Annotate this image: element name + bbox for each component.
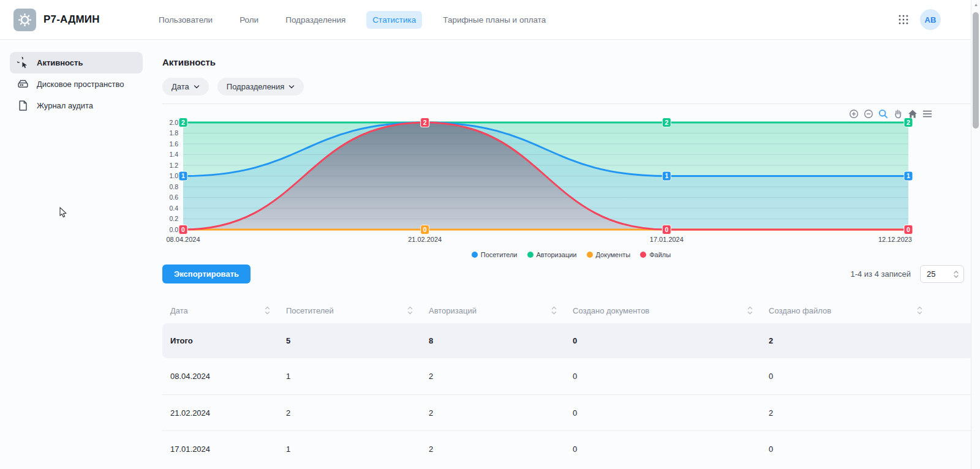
chart-modebar [849, 109, 932, 119]
point-label: 0 [181, 226, 185, 233]
x-tick-label: 08.04.2024 [166, 236, 200, 243]
page-size-value: 25 [927, 269, 935, 279]
sort-icon[interactable] [917, 306, 922, 315]
y-tick-label: 1.6 [169, 140, 178, 148]
legend-item-authorizations[interactable]: Авторизации [527, 251, 577, 258]
filter-date-label: Дата [172, 82, 189, 91]
legend-dot [472, 252, 478, 258]
column-header-authorizations: Авторизаций [429, 306, 573, 315]
filters: Дата Подразделения [162, 78, 980, 96]
zoom-in-icon[interactable] [849, 109, 859, 119]
stepper-icons [954, 271, 959, 278]
y-tick-label: 0.2 [169, 215, 178, 222]
filter-departments[interactable]: Подразделения [217, 78, 304, 96]
sidebar-item-label: Журнал аудита [37, 101, 93, 110]
point-label: 2 [665, 119, 668, 126]
point-label: 1 [907, 172, 910, 179]
filter-date[interactable]: Дата [162, 78, 209, 96]
app-logo [13, 9, 36, 31]
document-icon [17, 100, 29, 111]
chart-legend: Посетители Авторизации Документы Файлы [162, 251, 980, 258]
column-header-documents: Создано документов [573, 306, 769, 315]
cursor-click-icon [17, 57, 29, 69]
pagination: 1-4 из 4 записей 25 [850, 265, 964, 283]
y-tick-label: 1.4 [169, 151, 178, 158]
box-zoom-icon[interactable] [878, 109, 888, 119]
sidebar-item-label: Дисковое пространство [37, 80, 124, 89]
point-label: 2 [907, 119, 910, 126]
legend-label: Файлы [649, 251, 671, 258]
nav-item-tariffs[interactable]: Тарифные планы и оплата [437, 11, 552, 29]
y-tick-label: 2.0 [169, 119, 178, 126]
top-header: Р7-АДМИН Пользователи Роли Подразделения… [0, 0, 980, 40]
y-tick-label: 1.8 [169, 129, 178, 137]
point-label: 2 [181, 119, 185, 126]
disk-drive-icon [17, 78, 29, 90]
page-size-select[interactable]: 25 [920, 265, 964, 283]
table-row: 08.04.2024 1 2 0 0 [162, 358, 974, 394]
y-tick-label: 0.8 [169, 183, 178, 190]
apps-grid-icon[interactable] [898, 14, 909, 25]
y-tick-label: 0.4 [169, 204, 178, 212]
vertical-scrollbar[interactable]: ▲ [971, 0, 980, 469]
y-tick-label: 0.0 [169, 226, 178, 233]
layout: Активность Дисковое пространство [0, 40, 980, 467]
point-label: 0 [423, 226, 427, 233]
page-title: Активность [162, 57, 980, 67]
app-title: Р7-АДМИН [43, 13, 100, 26]
legend-item-documents[interactable]: Документы [587, 251, 631, 258]
nav-item-users[interactable]: Пользователи [153, 11, 219, 29]
filter-departments-label: Подразделения [227, 82, 285, 91]
column-header-visitors: Посетителей [286, 306, 429, 315]
menu-icon[interactable] [922, 110, 932, 118]
main-content: Активность Дата Подразделения [150, 40, 980, 467]
sort-icon[interactable] [265, 306, 270, 315]
page: Р7-АДМИН Пользователи Роли Подразделения… [0, 0, 980, 469]
y-tick-label: 1.0 [169, 172, 178, 179]
brand: Р7-АДМИН [13, 9, 133, 31]
zoom-out-icon[interactable] [864, 109, 873, 119]
activity-chart: 12112222000002000.00.20.40.60.81.01.21.4… [162, 103, 980, 258]
legend-dot [527, 252, 533, 258]
point-label: 1 [665, 172, 668, 179]
point-label: 0 [907, 226, 910, 233]
home-icon[interactable] [908, 109, 918, 119]
sidebar-item-audit-log[interactable]: Журнал аудита [10, 95, 143, 116]
actions-row: Экспортировать 1-4 из 4 записей 25 [162, 265, 980, 283]
sort-icon[interactable] [551, 306, 557, 315]
table-header: Дата Посетителей Авторизаций Создано док… [162, 298, 974, 323]
sidebar-item-disk-space[interactable]: Дисковое пространство [10, 73, 143, 95]
y-tick-label: 0.6 [169, 193, 178, 201]
main-nav: Пользователи Роли Подразделения Статисти… [153, 11, 552, 29]
y-tick-label: 1.2 [169, 162, 178, 169]
x-tick-label: 12.12.2023 [878, 236, 912, 243]
column-header-files: Создано файлов [769, 306, 974, 315]
scrollbar-thumb[interactable] [973, 12, 979, 129]
legend-item-files[interactable]: Файлы [640, 251, 671, 258]
chart-canvas[interactable]: 12112222000002000.00.20.40.60.81.01.21.4… [162, 113, 912, 250]
legend-dot [587, 252, 593, 258]
legend-item-visitors[interactable]: Посетители [472, 251, 518, 258]
nav-item-departments[interactable]: Подразделения [279, 11, 352, 29]
point-label: 0 [665, 226, 668, 233]
export-button[interactable]: Экспортировать [162, 265, 251, 283]
table-row: 21.02.2024 2 2 0 2 [162, 394, 974, 430]
x-tick-label: 21.02.2024 [408, 236, 442, 243]
records-info: 1-4 из 4 записей [850, 269, 911, 279]
sidebar-item-label: Активность [37, 58, 83, 67]
sidebar-item-activity[interactable]: Активность [10, 52, 143, 73]
table-row: 17.01.2024 1 2 0 0 [162, 430, 974, 467]
activity-table: Дата Посетителей Авторизаций Создано док… [162, 298, 980, 467]
avatar[interactable]: АВ [920, 9, 941, 30]
chevron-down-icon [288, 84, 295, 89]
sort-icon[interactable] [747, 306, 753, 315]
pan-icon[interactable] [893, 109, 903, 119]
nav-item-statistics[interactable]: Статистика [366, 11, 422, 29]
nav-item-roles[interactable]: Роли [233, 11, 265, 29]
legend-dot [640, 252, 646, 258]
table-row-total: Итого 5 8 0 2 [162, 323, 974, 358]
scroll-up-arrow[interactable]: ▲ [971, 2, 980, 7]
sort-icon[interactable] [407, 306, 413, 315]
gear-icon [18, 13, 32, 27]
header-right: АВ [898, 9, 980, 30]
